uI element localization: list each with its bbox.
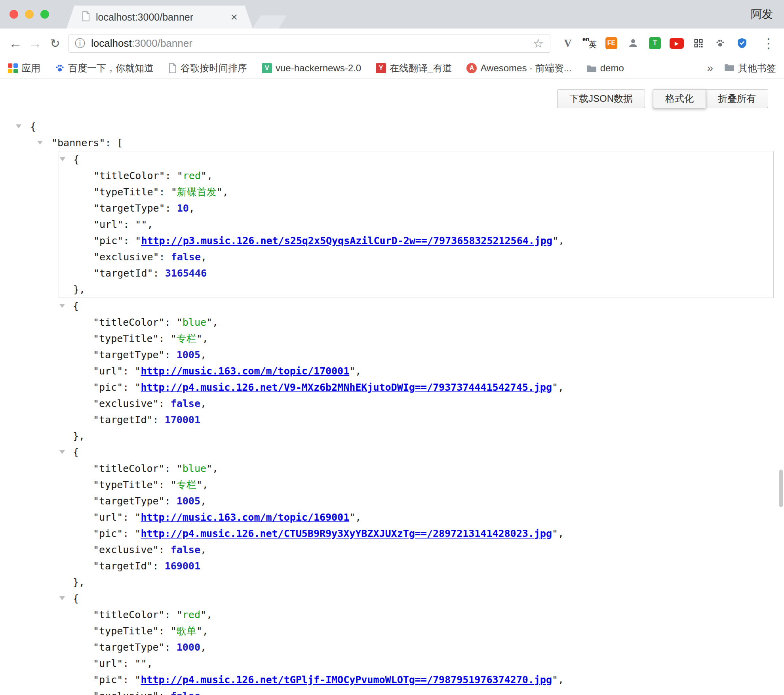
awesomes-icon: A	[466, 63, 477, 73]
json-link[interactable]: http://music.163.com/m/topic/170001	[141, 365, 349, 377]
json-property-line: "url": "",	[59, 216, 773, 233]
json-property-line: "targetType": 1000,	[59, 639, 774, 655]
vimium-icon: V	[564, 37, 572, 50]
qr-extension-button[interactable]	[691, 35, 706, 51]
collapse-triangle-icon[interactable]	[60, 157, 65, 161]
json-property-line: "pic": "http://p4.music.126.net/V9-MXz6b…	[59, 379, 774, 395]
paw-icon	[715, 38, 725, 48]
minimize-window-button[interactable]	[25, 10, 34, 19]
json-property-line: "targetId": 169001	[59, 558, 774, 574]
bookmarks-right: » 其他书签	[707, 62, 776, 74]
json-property-line: "targetType": 10,	[59, 200, 773, 216]
scrollbar-thumb[interactable]	[779, 470, 783, 507]
json-property-line: "pic": "http://p3.music.126.net/s25q2x5Q…	[59, 233, 773, 249]
json-property-line: "pic": "http://p4.music.126.net/tGPljf-I…	[59, 672, 774, 688]
bookmark-item[interactable]: Y在线翻译_有道	[376, 62, 452, 74]
browser-window: localhost:3000/banner × 阿发 ← → ↻ ⓘ local…	[0, 0, 784, 695]
collapse-triangle-icon[interactable]	[59, 450, 65, 454]
zoom-window-button[interactable]	[40, 10, 49, 19]
page-content: 下载JSON数据 格式化 折叠所有 {"banners": [{"titleCo…	[0, 89, 784, 695]
json-property-line: "targetType": 1005,	[59, 347, 774, 363]
translate-extension-button[interactable]: en英	[582, 35, 598, 51]
json-tree: {"banners": [{"titleColor": "red","typeT…	[0, 118, 784, 695]
json-link[interactable]: http://p4.music.126.net/tGPljf-IMOCyPvum…	[141, 674, 552, 685]
json-property-line: "typeTitle": "新碟首发",	[59, 184, 773, 200]
page-icon	[82, 11, 90, 23]
new-tab-button[interactable]	[253, 15, 287, 29]
bookmark-item[interactable]: 应用	[8, 62, 40, 74]
bookmarks-items: 应用百度一下，你就知道谷歌按时间排序Vvue-hackernews-2.0Y在线…	[8, 62, 624, 74]
shield-check-extension-button[interactable]	[734, 35, 750, 51]
extensions-area: Ven英FET▶	[560, 35, 750, 51]
json-property-line: "exclusive": false,	[59, 395, 774, 412]
json-line: {	[59, 151, 773, 168]
json-property-line: "typeTitle": "专栏",	[59, 330, 774, 347]
folder-icon	[586, 64, 597, 73]
close-window-button[interactable]	[10, 10, 18, 19]
json-property-line: "titleColor": "red",	[59, 168, 773, 184]
tab-close-icon[interactable]: ×	[230, 11, 238, 23]
json-line: {	[59, 444, 774, 460]
forward-button[interactable]: →	[25, 33, 45, 53]
json-link[interactable]: http://music.163.com/m/topic/169001	[141, 512, 349, 523]
json-link[interactable]: http://p3.music.126.net/s25q2x5QyqsAzilC…	[141, 235, 552, 246]
collapse-triangle-icon[interactable]	[16, 124, 21, 128]
other-bookmarks[interactable]: 其他书签	[724, 62, 776, 74]
paw-extension-button[interactable]	[712, 35, 728, 51]
reload-button[interactable]: ↻	[45, 33, 65, 53]
bookmark-item[interactable]: 百度一下，你就知道	[55, 62, 154, 74]
json-property-line: "typeTitle": "歌单",	[59, 623, 774, 639]
page-toolbar: 下载JSON数据 格式化 折叠所有	[0, 89, 784, 108]
shield-check-icon	[737, 38, 747, 49]
collapse-all-button[interactable]: 折叠所有	[706, 89, 768, 108]
collapse-triangle-icon[interactable]	[37, 141, 43, 145]
bookmark-item[interactable]: 谷歌按时间排序	[168, 62, 247, 74]
fe-extension-button[interactable]: FE	[603, 35, 619, 51]
json-property-line: "exclusive": false,	[59, 542, 774, 558]
json-property-line: "exclusive": false,	[59, 249, 773, 265]
bookmarks-overflow-chevron[interactable]: »	[707, 62, 713, 74]
json-object: {"titleColor": "red","typeTitle": "歌单","…	[59, 590, 774, 695]
json-property-line: "targetId": 170001	[59, 412, 774, 428]
json-property-line: "url": "",	[59, 655, 774, 672]
address-bar[interactable]: ⓘ localhost:3000/banner ☆	[68, 34, 550, 53]
download-json-button[interactable]: 下载JSON数据	[557, 89, 645, 108]
json-property-line: "targetId": 3165446	[59, 265, 773, 281]
t-shield-extension-button[interactable]: T	[647, 35, 663, 51]
format-button[interactable]: 格式化	[653, 89, 706, 108]
t-shield-icon: T	[649, 37, 661, 49]
bookmark-item[interactable]: demo	[586, 63, 624, 74]
json-link[interactable]: http://p4.music.126.net/V9-MXz6b2MNhEKju…	[141, 382, 552, 393]
browser-tab[interactable]: localhost:3000/banner ×	[67, 6, 253, 29]
collapse-triangle-icon[interactable]	[59, 304, 65, 308]
qr-code-icon	[693, 38, 704, 49]
json-property-line: "typeTitle": "专栏",	[59, 477, 774, 493]
json-link[interactable]: http://p4.music.126.net/CTU5B9R9y3XyYBZX…	[141, 528, 552, 539]
vue-icon: V	[262, 63, 272, 73]
json-property-line: "url": "http://music.163.com/m/topic/169…	[59, 509, 774, 525]
bookmark-star-icon[interactable]: ☆	[533, 36, 544, 50]
json-line: {	[0, 118, 784, 135]
json-object: {"titleColor": "blue","typeTitle": "专栏",…	[59, 298, 774, 444]
translate-icon: en英	[582, 36, 597, 50]
page-info-icon[interactable]: ⓘ	[75, 36, 85, 50]
collapse-triangle-icon[interactable]	[59, 596, 65, 600]
json-property-line: "url": "http://music.163.com/m/topic/170…	[59, 363, 774, 379]
json-object: {"titleColor": "blue","typeTitle": "专栏",…	[59, 444, 774, 590]
apps-grid-icon	[8, 63, 18, 73]
bookmark-item[interactable]: Vvue-hackernews-2.0	[262, 63, 361, 74]
vimium-extension-button[interactable]: V	[560, 35, 576, 51]
youtube-extension-button[interactable]: ▶	[669, 35, 685, 51]
json-object: {"titleColor": "red","typeTitle": "新碟首发"…	[59, 151, 774, 298]
people-extension-button[interactable]	[625, 35, 641, 51]
url-text: localhost:3000/banner	[91, 37, 192, 50]
json-line: {	[59, 298, 774, 314]
bookmark-item[interactable]: AAwesomes - 前端资...	[466, 62, 571, 74]
json-line: "banners": [	[0, 135, 784, 151]
browser-menu-icon[interactable]: ⋮	[762, 35, 778, 51]
tab-strip: localhost:3000/banner × 阿发	[0, 0, 784, 29]
bookmarks-bar: 应用百度一下，你就知道谷歌按时间排序Vvue-hackernews-2.0Y在线…	[0, 58, 784, 79]
back-button[interactable]: ←	[6, 33, 25, 53]
profile-label: 阿发	[751, 7, 784, 22]
window-controls	[0, 0, 49, 29]
